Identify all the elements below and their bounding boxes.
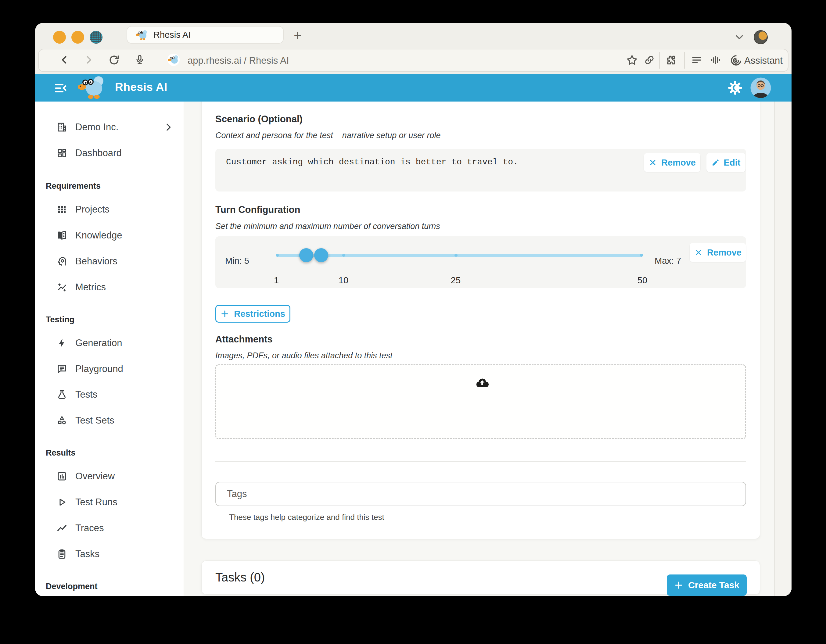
- shapes-icon: [56, 415, 67, 426]
- app-title: Rhesis AI: [115, 81, 168, 94]
- sidebar-item-label: Knowledge: [75, 230, 122, 241]
- turn-config-box: Min: 5 Max: 7 1 10 25 50: [215, 236, 746, 288]
- play-icon: [56, 497, 67, 508]
- sidebar-section-results: Results: [46, 448, 76, 458]
- browser-profile-avatar[interactable]: [754, 30, 768, 44]
- sidebar-item-label: Behaviors: [75, 256, 118, 267]
- sidebar-item-label: Test Runs: [75, 497, 118, 508]
- create-task-button[interactable]: Create Task: [667, 574, 747, 596]
- browser-tab-bar: Rhesis AI +: [35, 23, 792, 46]
- add-restrictions-button[interactable]: Restrictions: [215, 305, 290, 323]
- turn-remove-label: Remove: [707, 248, 742, 258]
- main-area: Scenario (Optional) Context and persona …: [184, 102, 774, 596]
- chevron-right-icon: [163, 122, 174, 132]
- scenario-description: Context and persona for the test – narra…: [215, 131, 441, 140]
- app-header: Rhesis AI: [35, 74, 792, 102]
- sidebar-item-test-runs[interactable]: Test Runs: [35, 494, 184, 510]
- tags-input-label: Tags: [227, 489, 247, 500]
- traffic-light-minimize[interactable]: [71, 31, 84, 43]
- pencil-icon: [712, 158, 720, 166]
- sidebar-item-label: Tasks: [75, 549, 99, 560]
- extensions-puzzle-icon[interactable]: [665, 54, 677, 66]
- sidebar-item-label: Projects: [75, 204, 110, 215]
- sidebar-section-requirements: Requirements: [46, 182, 101, 191]
- bar-chart-icon: [56, 471, 67, 482]
- reload-icon[interactable]: [108, 54, 120, 66]
- sidebar-item-test-sets[interactable]: Test Sets: [35, 413, 184, 428]
- sidebar-item-workspace[interactable]: Demo Inc.: [35, 119, 184, 135]
- sidebar-section-development: Development: [46, 582, 98, 591]
- sidebar-item-dashboard[interactable]: Dashboard: [35, 145, 184, 161]
- new-tab-button[interactable]: +: [294, 28, 302, 43]
- assistant-swirl-icon[interactable]: [730, 54, 742, 67]
- theme-toggle-icon[interactable]: [728, 80, 743, 95]
- slider-tick-label: 50: [638, 275, 647, 286]
- traffic-light-close[interactable]: [53, 31, 66, 43]
- sidebar-item-label: Metrics: [75, 282, 106, 293]
- bookmark-star-icon[interactable]: [626, 54, 638, 66]
- chevron-down-icon[interactable]: [734, 31, 745, 43]
- slider-mark: [342, 254, 345, 257]
- sidebar-item-behaviors[interactable]: Behaviors: [35, 253, 184, 269]
- attachments-dropzone[interactable]: Drag & drop or click to attach files Ima…: [215, 365, 746, 439]
- chat-bubble-icon: [56, 363, 67, 374]
- scenario-remove-label: Remove: [661, 158, 696, 168]
- app-logo-platypus-icon: [77, 75, 106, 101]
- lightning-bolt-icon: [56, 338, 67, 349]
- slider-thumb-min[interactable]: [299, 248, 313, 262]
- page-scrollbar[interactable]: [774, 102, 792, 596]
- sidebar-item-label: Playground: [75, 363, 123, 374]
- scenario-value: Customer asking which destination is bet…: [226, 157, 518, 167]
- user-avatar[interactable]: [750, 77, 772, 98]
- scenario-edit-label: Edit: [724, 158, 741, 168]
- copy-link-icon[interactable]: [644, 54, 655, 66]
- flask-icon: [56, 389, 67, 400]
- sidebar-item-generation[interactable]: Generation: [35, 335, 184, 351]
- forward-icon[interactable]: [83, 54, 94, 65]
- slider-thumb-max[interactable]: [314, 248, 328, 262]
- slider-tick-label: 25: [451, 275, 461, 286]
- sidebar-item-traces[interactable]: Traces: [35, 520, 184, 536]
- microphone-icon[interactable]: [134, 54, 145, 65]
- browser-tab[interactable]: Rhesis AI: [127, 26, 284, 43]
- sidebar-item-overview[interactable]: Overview: [35, 469, 184, 484]
- scenario-remove-button[interactable]: Remove: [644, 153, 700, 172]
- projects-grid-icon: [56, 204, 67, 215]
- sidebar-item-label: Generation: [75, 338, 122, 349]
- sidebar-item-knowledge[interactable]: Knowledge: [35, 228, 184, 243]
- scenario-value-box: Customer asking which destination is bet…: [215, 149, 746, 191]
- tags-input[interactable]: Tags: [215, 482, 746, 506]
- turn-range-slider-track[interactable]: [276, 254, 642, 257]
- sidebar-section-testing: Testing: [46, 315, 75, 324]
- metrics-sparkline-icon: [56, 282, 67, 293]
- book-icon: [56, 230, 67, 241]
- sidebar-item-tests[interactable]: Tests: [35, 386, 184, 402]
- sidebar-item-tasks[interactable]: Tasks: [35, 546, 184, 562]
- turn-config-description: Set the minimum and maximum number of co…: [215, 222, 440, 231]
- plus-icon: [220, 309, 229, 318]
- turn-config-title: Turn Configuration: [215, 204, 300, 215]
- turn-max-label: Max: 7: [655, 256, 681, 266]
- dashboard-icon: [56, 147, 67, 158]
- x-icon: [694, 248, 703, 257]
- sidebar-item-metrics[interactable]: Metrics: [35, 279, 184, 295]
- slider-mark: [455, 254, 458, 257]
- sidebar-collapse-icon[interactable]: [54, 81, 68, 95]
- trend-line-icon: [56, 523, 67, 534]
- turn-config-remove-button[interactable]: Remove: [689, 243, 746, 262]
- x-icon: [649, 158, 657, 167]
- sidebar-item-projects[interactable]: Projects: [35, 202, 184, 217]
- toolbar-divider: [684, 52, 685, 68]
- voice-equalizer-icon[interactable]: [710, 54, 721, 66]
- sidebar-item-playground[interactable]: Playground: [35, 361, 184, 377]
- reader-mode-icon[interactable]: [691, 54, 702, 66]
- attachments-description: Images, PDFs, or audio files attached to…: [215, 351, 393, 360]
- traffic-light-zoom[interactable]: [90, 31, 102, 43]
- browser-window: Rhesis AI + app.rhesis.ai: [35, 23, 792, 596]
- back-icon[interactable]: [59, 54, 70, 65]
- scenario-edit-button[interactable]: Edit: [706, 153, 745, 172]
- sidebar-item-label: Traces: [75, 523, 104, 534]
- attachments-title: Attachments: [215, 334, 273, 345]
- tasks-title: Tasks (0): [215, 571, 265, 584]
- assistant-button[interactable]: Assistant: [744, 55, 783, 66]
